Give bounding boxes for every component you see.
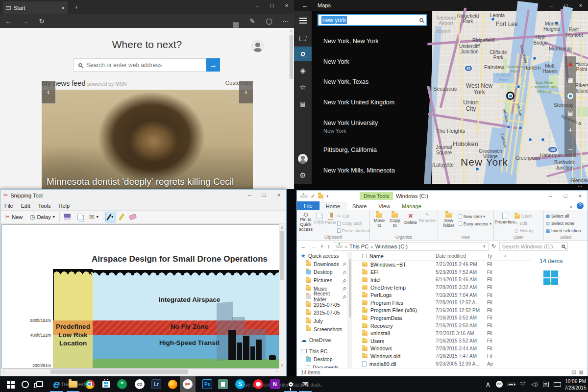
locate-icon[interactable]: [567, 93, 573, 99]
tray-chevron-icon[interactable]: ∧: [485, 376, 491, 392]
back-icon[interactable]: ←: [302, 2, 308, 9]
taskbar-opera-icon[interactable]: [251, 376, 266, 392]
taskbar-maps-icon[interactable]: [283, 376, 298, 392]
maps-more-icon[interactable]: ⋯: [578, 184, 582, 189]
back-icon[interactable]: ←: [299, 244, 308, 249]
list-scroll-up[interactable]: ∧: [504, 254, 507, 258]
nav-pictures[interactable]: Pictures: [297, 276, 347, 285]
carousel-prev-icon[interactable]: ‹: [42, 81, 55, 103]
go-button[interactable]: →: [206, 58, 220, 72]
delete-button[interactable]: ×Delete: [403, 212, 418, 234]
hub-icon[interactable]: [227, 17, 244, 25]
up-icon[interactable]: ↑: [325, 244, 332, 249]
eraser-button[interactable]: [127, 213, 139, 220]
edge-scrollbar[interactable]: ∧: [289, 28, 294, 189]
col-date[interactable]: Date modified: [436, 253, 487, 259]
qat-folder-icon[interactable]: [318, 194, 323, 198]
tray-wifi-icon[interactable]: [519, 376, 526, 392]
taskbar-skype-icon[interactable]: S: [233, 376, 247, 392]
paste-button[interactable]: Paste: [325, 212, 336, 234]
minimize-icon[interactable]: –: [242, 190, 257, 200]
result-item[interactable]: New York United Kingdom: [323, 99, 394, 106]
result-item[interactable]: New York, New York: [323, 38, 379, 45]
avatar[interactable]: [251, 40, 264, 52]
nav-folder[interactable]: 2015-07-05: [297, 301, 347, 309]
cut-button[interactable]: ✂Cut: [337, 213, 370, 220]
file-row[interactable]: OneDriveTemp7/28/2015 3:32 AMFil: [352, 284, 532, 292]
open-button[interactable]: Open: [514, 213, 534, 220]
tray-clock[interactable]: 10:06 PM 7/28/2015: [564, 376, 586, 392]
new-folder-button[interactable]: New folder: [440, 212, 458, 234]
paste-shortcut-button[interactable]: Paste shortcut: [337, 227, 370, 234]
tray-action-center-icon[interactable]: [543, 376, 549, 392]
nav-folder[interactable]: July: [297, 317, 347, 325]
menu-file[interactable]: File: [4, 203, 13, 209]
invert-selection-button[interactable]: ▦Invert selection: [545, 227, 581, 234]
copy-to-button[interactable]: Copy to: [388, 212, 402, 234]
pen-button[interactable]: ▾: [105, 212, 117, 222]
new-button[interactable]: ✂New: [3, 212, 25, 221]
scroll-right-icon[interactable]: ›: [276, 369, 277, 374]
tab-view[interactable]: View: [372, 202, 396, 210]
news-card[interactable]: Minnesota dentist 'deeply' regrets killi…: [42, 90, 253, 189]
taskbar-hangouts-icon[interactable]: ”: [115, 376, 129, 392]
taskbar-chrome-icon[interactable]: [82, 376, 97, 392]
file-row[interactable]: EFI5/23/2015 7:52 AMFil: [352, 269, 532, 276]
taskbar-firefox-icon[interactable]: [165, 376, 180, 392]
minimize-icon[interactable]: –: [543, 191, 558, 201]
web-note-icon[interactable]: ✎: [244, 17, 261, 25]
cortana-button[interactable]: [18, 376, 32, 392]
nav-downloads[interactable]: Downloads: [297, 260, 347, 269]
save-button[interactable]: [62, 212, 73, 221]
taskbar-store-icon[interactable]: [98, 376, 113, 392]
easy-access-button[interactable]: Easy access▾: [459, 220, 491, 227]
file-row[interactable]: Windows7/28/2015 3:44 AMFil: [352, 345, 532, 353]
highlighter-button[interactable]: [118, 212, 125, 222]
account-avatar[interactable]: [294, 151, 312, 166]
taskbar-edge-icon[interactable]: e: [49, 376, 64, 392]
close-icon[interactable]: ×: [573, 191, 588, 201]
search-input[interactable]: [86, 62, 194, 69]
tab-share[interactable]: Share: [346, 202, 372, 210]
tray-keyboard-icon[interactable]: [554, 376, 561, 392]
nav-documents[interactable]: Documents: [297, 364, 347, 368]
nav-quick-access[interactable]: ★Quick access: [297, 252, 347, 260]
copy-path-button[interactable]: Copy path: [337, 220, 370, 227]
view-thumbs-icon[interactable]: ▦: [579, 369, 584, 375]
menu-icon[interactable]: [294, 13, 312, 28]
snip-vscrollbar[interactable]: ∧ ∨: [279, 224, 285, 368]
forward-icon[interactable]: →: [309, 244, 318, 249]
result-item[interactable]: New York Mills, Minnesota: [323, 167, 395, 174]
file-row[interactable]: Users7/16/2015 3:52 AMFil: [352, 337, 532, 345]
edge-tab-start[interactable]: Start ×: [3, 1, 68, 14]
crumb-this-pc[interactable]: This PC: [349, 244, 368, 249]
move-to-button[interactable]: Move to: [372, 212, 387, 234]
taskbar-mail-icon[interactable]: ✉: [298, 376, 313, 392]
taskbar-onenote-icon[interactable]: N: [268, 376, 282, 392]
minimize-icon[interactable]: –: [250, 0, 265, 11]
select-checkbox[interactable]: [362, 254, 367, 258]
menu-help[interactable]: Help: [58, 203, 70, 209]
select-none-button[interactable]: ▤Select none: [545, 220, 581, 227]
new-tab-icon[interactable]: +: [74, 3, 78, 11]
scroll-thumb[interactable]: [50, 369, 188, 374]
maximize-icon[interactable]: □: [558, 191, 573, 201]
copy-button[interactable]: Copy: [314, 212, 324, 234]
snip-hscrollbar[interactable]: ‹ ›: [1, 368, 279, 375]
scroll-thumb[interactable]: [349, 259, 351, 318]
refresh-icon[interactable]: ↻: [490, 243, 498, 249]
taskbar-co-icon[interactable]: CO: [132, 376, 147, 392]
nav-folder[interactable]: Screenshots: [297, 325, 347, 333]
drive-tools-tab[interactable]: Drive Tools: [360, 192, 393, 200]
maps-search-box[interactable]: new york: [318, 14, 427, 26]
directions-icon[interactable]: ◈: [294, 63, 312, 78]
file-row[interactable]: Intel6/14/2015 5:46 AMFil: [352, 276, 532, 284]
close-icon[interactable]: ×: [279, 0, 294, 11]
file-row[interactable]: uninstall7/2/2015 3:16 AMFil: [352, 329, 532, 337]
map-location-marker[interactable]: [506, 92, 514, 100]
view-list-icon[interactable]: ▤: [571, 369, 576, 375]
menu-tools[interactable]: Tools: [38, 203, 51, 209]
scroll-down-icon[interactable]: ∨: [279, 363, 285, 368]
recent-locations-icon[interactable]: ∨: [319, 244, 324, 248]
result-item[interactable]: New York UniversityNew York: [323, 120, 378, 134]
